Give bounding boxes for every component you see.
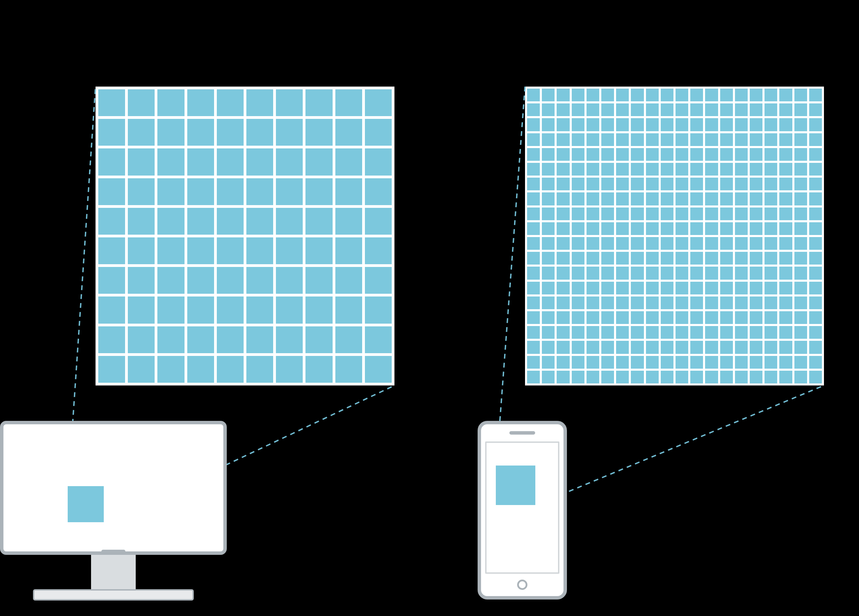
svg-line-2 xyxy=(497,87,525,466)
desktop-monitor-icon xyxy=(0,421,227,600)
high-density-pixel-grid xyxy=(525,87,824,385)
desktop-screen-sample-area xyxy=(68,486,104,522)
high-density-panel xyxy=(430,0,859,616)
low-density-panel xyxy=(0,0,430,616)
svg-line-3 xyxy=(536,385,824,505)
smartphone-icon xyxy=(478,421,567,599)
pixel-density-diagram xyxy=(0,0,859,616)
phone-screen-sample-area xyxy=(496,466,535,505)
low-density-pixel-grid xyxy=(95,87,394,385)
